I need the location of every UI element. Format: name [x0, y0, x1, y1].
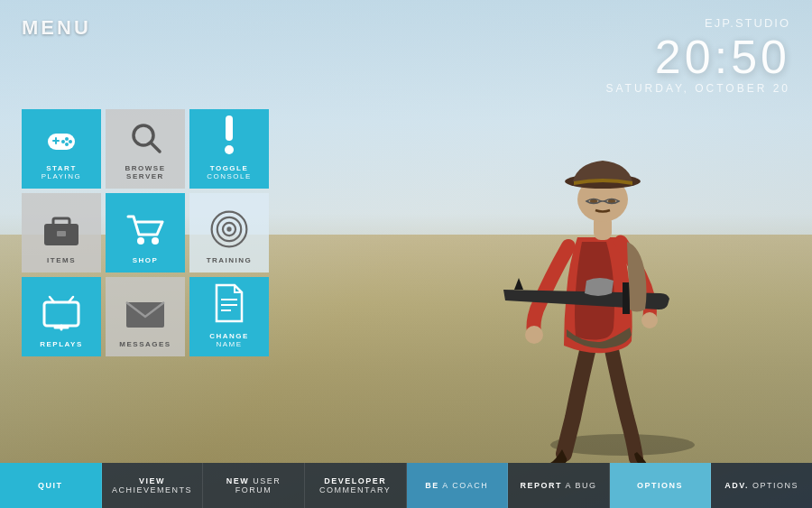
top-right: EJP.STUDIO 20:50 SATURDAY, OCTOBER 20: [606, 16, 791, 95]
adv-options-button[interactable]: ADV. OPTIONS: [711, 463, 812, 508]
svg-point-20: [225, 145, 234, 154]
tile-browse-server[interactable]: BROWSE SERVER: [106, 109, 185, 189]
report-a-bug-label: REPORT A BUG: [520, 481, 596, 490]
view-achievements-button[interactable]: VIEW ACHIEVEMENTS: [102, 463, 204, 508]
tile-replays-label: REPLAYS: [40, 340, 83, 349]
svg-point-16: [61, 140, 65, 143]
tv-icon: [41, 295, 82, 337]
svg-rect-23: [57, 231, 66, 236]
tile-training-label: TRAINING: [207, 256, 253, 265]
tile-replays[interactable]: REPLAYS: [22, 277, 101, 356]
tile-change-name-label: CHANGE NAME: [195, 332, 263, 349]
briefcase-icon: [41, 213, 82, 253]
svg-point-29: [226, 227, 231, 232]
bottom-bar: QUIT VIEW ACHIEVEMENTS NEW USER FORUM DE…: [0, 463, 812, 508]
exclamation-icon: [220, 115, 238, 161]
new-user-forum-label: NEW USER FORUM: [207, 476, 300, 494]
tile-messages[interactable]: MESSAGES: [106, 277, 185, 356]
mail-icon: [125, 299, 166, 337]
quit-button[interactable]: QUIT: [0, 463, 102, 508]
tile-toggle-console[interactable]: TOGGLE CONSOLE: [189, 109, 269, 189]
menu-title-label: MENU: [22, 16, 91, 40]
tile-items-label: ITEMS: [47, 256, 76, 265]
target-icon: [209, 209, 249, 256]
quit-label: QUIT: [38, 481, 63, 490]
tile-browse-server-label: BROWSE SERVER: [111, 164, 180, 181]
report-a-bug-button[interactable]: REPORT A BUG: [508, 463, 610, 508]
tile-toggle-console-label: TOGGLE CONSOLE: [195, 164, 263, 181]
svg-rect-19: [226, 115, 233, 141]
document-icon: [213, 283, 245, 328]
gamepad-icon: [42, 126, 80, 161]
tile-start-playing-label: START PLAYING: [27, 164, 96, 181]
svg-rect-12: [52, 140, 60, 142]
developer-commentary-label: DEVELOPER COMMENTARY: [309, 476, 402, 494]
be-a-coach-label: BE A COACH: [425, 481, 488, 490]
cart-icon: [125, 211, 166, 253]
tile-items[interactable]: ITEMS: [22, 193, 101, 272]
developer-commentary-button[interactable]: DEVELOPER COMMENTARY: [305, 463, 407, 508]
svg-line-18: [151, 143, 160, 152]
svg-rect-30: [44, 302, 78, 326]
main-content: MENU EJP.STUDIO 20:50 SATURDAY, OCTOBER …: [0, 0, 812, 508]
svg-point-25: [152, 237, 159, 245]
top-area: MENU EJP.STUDIO 20:50 SATURDAY, OCTOBER …: [0, 0, 812, 95]
spacer: [0, 371, 812, 463]
studio-name: EJP.STUDIO: [606, 16, 791, 30]
date-display: SATURDAY, OCTOBER 20: [606, 82, 791, 95]
tile-shop-label: SHOP: [133, 256, 159, 265]
svg-point-15: [65, 143, 69, 146]
grid-area: START PLAYING BROWSE SERVER: [0, 95, 812, 371]
svg-point-24: [137, 237, 144, 245]
tile-training[interactable]: TRAINING: [189, 193, 269, 272]
tile-shop[interactable]: SHOP: [106, 193, 185, 272]
tile-start-playing[interactable]: START PLAYING: [22, 109, 101, 189]
svg-rect-22: [53, 218, 69, 227]
tile-change-name[interactable]: CHANGE NAME: [189, 277, 269, 356]
adv-options-label: ADV. OPTIONS: [724, 481, 798, 490]
be-a-coach-button[interactable]: BE A COACH: [407, 463, 509, 508]
tile-messages-label: MESSAGES: [119, 340, 171, 349]
search-icon: [127, 119, 163, 161]
svg-point-13: [65, 137, 69, 141]
options-button[interactable]: OPTIONS: [610, 463, 712, 508]
view-achievements-label: VIEW ACHIEVEMENTS: [106, 476, 199, 494]
menu-grid: START PLAYING BROWSE SERVER: [22, 109, 790, 356]
clock-display: 20:50: [606, 33, 791, 80]
new-user-forum-button[interactable]: NEW USER FORUM: [203, 463, 305, 508]
options-label: OPTIONS: [637, 481, 683, 490]
svg-point-14: [69, 140, 72, 143]
